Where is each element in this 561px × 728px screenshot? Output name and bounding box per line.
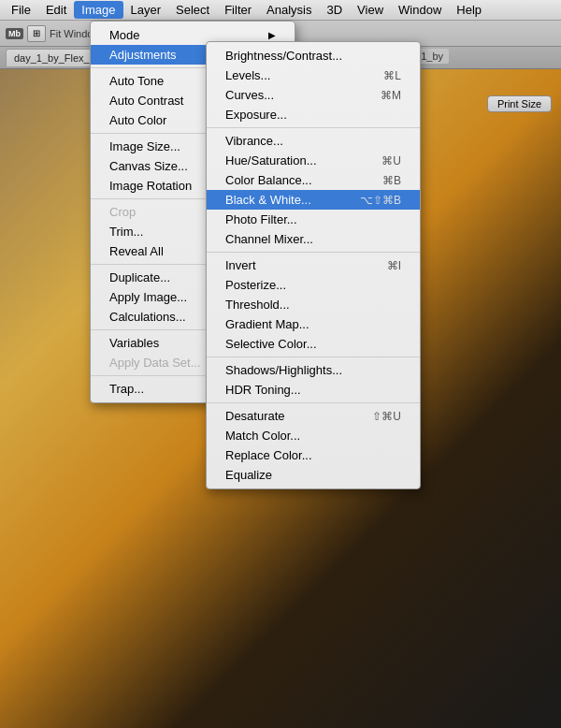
separator-adj-2 xyxy=(207,252,420,253)
separator-adj-1 xyxy=(207,127,420,128)
menu-item-desaturate[interactable]: Desaturate ⇧⌘U xyxy=(207,406,420,426)
menu-window[interactable]: Window xyxy=(391,1,449,19)
menu-layer[interactable]: Layer xyxy=(123,1,169,19)
menu-item-black-white[interactable]: Black & White... ⌥⇧⌘B xyxy=(207,190,420,210)
submenu-arrow: ▶ xyxy=(268,30,276,40)
menu-item-posterize[interactable]: Posterize... xyxy=(207,275,420,295)
menu-item-shadows-highlights[interactable]: Shadows/Highlights... xyxy=(207,360,420,380)
menu-item-selective-color[interactable]: Selective Color... xyxy=(207,334,420,354)
separator-adj-4 xyxy=(207,402,420,403)
menu-item-photo-filter[interactable]: Photo Filter... xyxy=(207,210,420,229)
menu-item-hdr-toning[interactable]: HDR Toning... xyxy=(207,380,420,400)
menu-filter[interactable]: Filter xyxy=(217,1,259,19)
shortcut-color-balance: ⌘B xyxy=(382,174,401,187)
menu-item-vibrance[interactable]: Vibrance... xyxy=(207,131,420,151)
menu-item-levels[interactable]: Levels... ⌘L xyxy=(207,66,420,85)
menu-select[interactable]: Select xyxy=(168,1,217,19)
menu-3d[interactable]: 3D xyxy=(319,1,350,19)
menu-item-channel-mixer[interactable]: Channel Mixer... xyxy=(207,229,420,249)
menu-item-hue-saturation[interactable]: Hue/Saturation... ⌘U xyxy=(207,151,420,170)
separator-adj-3 xyxy=(207,357,420,357)
shortcut-black-white: ⌥⇧⌘B xyxy=(360,194,401,207)
shortcut-desaturate: ⇧⌘U xyxy=(372,410,401,423)
menu-analysis[interactable]: Analysis xyxy=(259,1,319,19)
menu-item-exposure[interactable]: Exposure... xyxy=(207,105,420,124)
menu-help[interactable]: Help xyxy=(449,1,489,19)
shortcut-curves: ⌘M xyxy=(381,89,401,102)
toolbar-icon-screen[interactable]: ⊞ xyxy=(27,25,46,42)
menu-item-color-balance[interactable]: Color Balance... ⌘B xyxy=(207,170,420,190)
menu-item-curves[interactable]: Curves... ⌘M xyxy=(207,85,420,105)
menu-item-invert[interactable]: Invert ⌘I xyxy=(207,255,420,275)
menu-view[interactable]: View xyxy=(350,1,391,19)
shortcut-hue-saturation: ⌘U xyxy=(381,154,401,167)
menu-edit[interactable]: Edit xyxy=(38,1,74,19)
shortcut-levels: ⌘L xyxy=(383,69,401,82)
menu-item-match-color[interactable]: Match Color... xyxy=(207,426,420,445)
shortcut-invert: ⌘I xyxy=(387,259,401,272)
menu-bar: File Edit Image Layer Select Filter Anal… xyxy=(0,0,561,21)
adjustments-submenu: Brightness/Contrast... Levels... ⌘L Curv… xyxy=(206,41,421,489)
menu-file[interactable]: File xyxy=(4,1,38,19)
menu-item-gradient-map[interactable]: Gradient Map... xyxy=(207,314,420,334)
menu-item-replace-color[interactable]: Replace Color... xyxy=(207,445,420,465)
menu-image[interactable]: Image xyxy=(74,1,122,19)
mb-badge: Mb xyxy=(6,28,23,39)
print-size-button[interactable]: Print Size xyxy=(487,95,552,112)
menu-item-threshold[interactable]: Threshold... xyxy=(207,295,420,314)
menu-item-equalize[interactable]: Equalize xyxy=(207,465,420,485)
menu-item-brightness-contrast[interactable]: Brightness/Contrast... xyxy=(207,46,420,66)
